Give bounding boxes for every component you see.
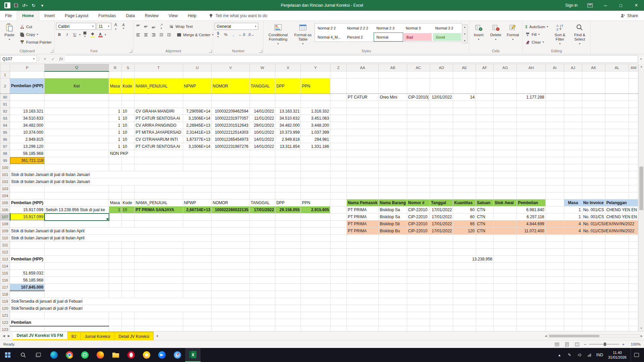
cell-Z115[interactable] xyxy=(330,270,346,277)
format-painter-button[interactable]: Format Painter xyxy=(18,39,53,46)
cell-AG97[interactable] xyxy=(493,143,517,150)
cell-AI110[interactable] xyxy=(545,235,564,242)
cell-AF109[interactable]: CTN xyxy=(476,228,493,235)
col-header-AD[interactable]: AD xyxy=(430,64,453,71)
col-header-Y[interactable]: Y xyxy=(301,64,330,71)
cell-W110[interactable] xyxy=(250,235,275,242)
cell-W117[interactable] xyxy=(250,284,275,291)
cell-AJ114[interactable] xyxy=(564,263,582,270)
cell-AF123[interactable] xyxy=(476,326,493,331)
row-header-2[interactable]: 2 xyxy=(0,78,10,94)
cell-AG106[interactable] xyxy=(493,206,517,214)
cell-U122[interactable] xyxy=(183,319,211,326)
cell-AK120[interactable] xyxy=(582,305,605,312)
taskbar-app-chrome-secondary[interactable] xyxy=(139,348,154,362)
cell-AM103[interactable] xyxy=(629,185,638,192)
tab-nav-left-icon[interactable]: ◀ xyxy=(3,334,5,338)
cell-AK116[interactable] xyxy=(582,277,605,284)
cell-AG101[interactable] xyxy=(493,171,517,178)
cell-Y110[interactable] xyxy=(301,235,330,242)
cell-W98[interactable] xyxy=(250,150,275,157)
cell-AM97[interactable] xyxy=(629,143,638,150)
cell-AL92[interactable] xyxy=(605,108,629,115)
cell-AD98[interactable] xyxy=(430,150,453,157)
cell-AK121[interactable] xyxy=(582,312,605,319)
cell-X93[interactable]: 34.510.632 xyxy=(275,115,301,122)
cell-AD113[interactable] xyxy=(430,256,453,263)
cell-AI109[interactable] xyxy=(545,228,564,235)
cell-AL98[interactable] xyxy=(605,150,629,157)
cancel-entry-icon[interactable]: × xyxy=(41,55,49,63)
cell-X112[interactable] xyxy=(275,249,301,256)
zoom-slider-thumb[interactable] xyxy=(604,343,606,346)
cell-AM96[interactable] xyxy=(629,136,638,143)
cell-Q91[interactable] xyxy=(45,101,109,108)
cell-AE93[interactable] xyxy=(453,115,476,122)
cell-P118[interactable] xyxy=(10,291,45,298)
cell-U118[interactable] xyxy=(183,291,211,298)
cell-S105[interactable]: Kode xyxy=(121,199,135,206)
cell-AD101[interactable] xyxy=(430,171,453,178)
cell-P115[interactable]: 51.659.032 xyxy=(10,270,45,277)
cell-AG105[interactable]: Stok Awal xyxy=(493,199,517,206)
cell-AC92[interactable] xyxy=(407,108,430,115)
cell-Y113[interactable] xyxy=(301,256,330,263)
cell-AE123[interactable] xyxy=(453,326,476,331)
cell-W91[interactable] xyxy=(250,101,275,108)
cell-AH117[interactable] xyxy=(517,284,545,291)
cell-S99[interactable] xyxy=(121,157,135,164)
cell-AF107[interactable]: CTN xyxy=(476,214,493,221)
cell-W103[interactable] xyxy=(250,185,275,192)
cell-Y106[interactable]: 2.915.605 xyxy=(301,206,330,214)
cell-AA117[interactable] xyxy=(346,284,379,291)
clear-button[interactable]: Clear ▾ xyxy=(524,39,549,46)
cell-AL102[interactable] xyxy=(605,178,629,185)
fill-color-button[interactable] xyxy=(89,31,96,38)
cell-S106[interactable]: 10 xyxy=(121,206,135,214)
cell-S91[interactable] xyxy=(121,101,135,108)
cell-AI102[interactable] xyxy=(545,178,564,185)
cell-Q92[interactable] xyxy=(45,108,109,115)
cell-style-bad[interactable]: Bad xyxy=(404,33,432,41)
cell-Z96[interactable] xyxy=(330,136,346,143)
cell-X101[interactable] xyxy=(275,171,301,178)
cell-S116[interactable] xyxy=(121,277,135,284)
cell-AB93[interactable] xyxy=(379,115,407,122)
copy-button[interactable]: Copy ▾ xyxy=(18,31,53,38)
cell-AK101[interactable] xyxy=(582,171,605,178)
cell-AK98[interactable] xyxy=(582,150,605,157)
cell-Y122[interactable] xyxy=(301,319,330,326)
cell-T91[interactable] xyxy=(135,101,183,108)
cell-V114[interactable] xyxy=(212,263,250,270)
cell-X100[interactable] xyxy=(275,164,301,171)
row-header-108[interactable]: 108 xyxy=(0,221,10,228)
cell-AF97[interactable] xyxy=(476,143,493,150)
cell-U111[interactable] xyxy=(183,242,211,249)
cell-T93[interactable]: PT CATUR SENTOSA AI xyxy=(135,115,183,122)
cell-V90[interactable] xyxy=(212,94,250,101)
cell-W97[interactable]: 14/01/2022 xyxy=(250,143,275,150)
cell-Y115[interactable] xyxy=(301,270,330,277)
sheet-tab-detail-jv-koreksi[interactable]: Detail JV Koreksi xyxy=(115,331,154,340)
col-header-V[interactable]: V xyxy=(212,64,250,71)
align-right-icon[interactable] xyxy=(150,32,157,38)
cell-AB113[interactable] xyxy=(379,256,407,263)
align-top-icon[interactable] xyxy=(135,23,142,30)
cell-AJ121[interactable] xyxy=(564,312,582,319)
cell-AB101[interactable] xyxy=(379,171,407,178)
cell-AB122[interactable] xyxy=(379,319,407,326)
increase-decimal-icon[interactable]: ←.0 xyxy=(238,31,246,38)
cell-AJ100[interactable] xyxy=(564,164,582,171)
cell-AE108[interactable]: 65 xyxy=(453,221,476,228)
align-left-icon[interactable] xyxy=(135,32,142,38)
cell-AE118[interactable] xyxy=(453,291,476,298)
row-header-121[interactable]: 121 xyxy=(0,312,10,319)
cell-S1[interactable] xyxy=(121,71,135,78)
cell-AI95[interactable] xyxy=(545,129,564,136)
cell-AK91[interactable] xyxy=(582,101,605,108)
cell-V98[interactable] xyxy=(212,150,250,157)
cell-AA113[interactable] xyxy=(346,256,379,263)
cell-W122[interactable] xyxy=(250,319,275,326)
cell-AA97[interactable] xyxy=(346,143,379,150)
cell-R115[interactable] xyxy=(109,270,122,277)
